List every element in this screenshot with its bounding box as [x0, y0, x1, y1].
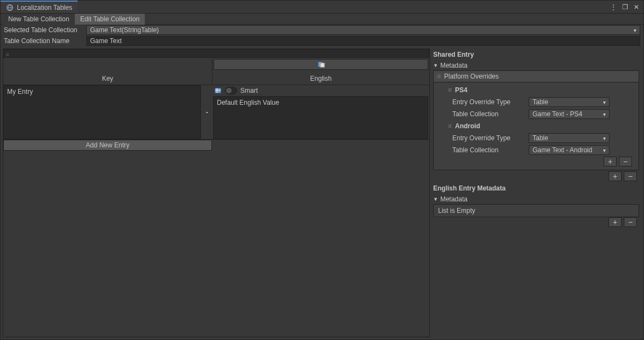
header-english-label: English [310, 75, 332, 82]
mode-tabs: New Table Collection Edit Table Collecti… [1, 14, 643, 25]
android-override-type-value: Table [533, 134, 548, 142]
row-remove-button[interactable]: - [202, 85, 212, 139]
dash-icon: - [206, 109, 208, 116]
shared-metadata-foldout[interactable]: ▼ Metadata [433, 61, 639, 70]
selected-collection-dropdown[interactable]: Game Text(StringTable) [86, 25, 640, 35]
drag-handle-icon[interactable]: ≡ [437, 73, 440, 80]
platform-ps4-name: PS4 [455, 86, 468, 94]
english-entry-metadata-title: English Entry Metadata [433, 182, 639, 194]
add-new-entry-label: Add New Entry [86, 141, 129, 149]
header-english: English [212, 73, 429, 85]
add-english-metadata-button[interactable]: + [608, 217, 622, 227]
window-controls: ⋮ ❐ ✕ [606, 1, 643, 13]
svg-rect-5 [215, 88, 221, 93]
ps4-override-type-value: Table [533, 98, 548, 106]
tab-edit-collection[interactable]: Edit Table Collection [75, 14, 145, 25]
android-override-type-row: Entry Override Type Table [448, 133, 634, 144]
platform-overrides-buttons: + − [448, 157, 634, 168]
android-override-type-label: Entry Override Type [448, 134, 524, 142]
selected-collection-row: Selected Table Collection Game Text(Stri… [1, 25, 643, 35]
english-cell-toolbar: Smart [213, 85, 428, 96]
english-value-input[interactable]: Default English Value [213, 96, 428, 139]
ps4-override-type-row: Entry Override Type Table [448, 97, 634, 108]
android-collection-label: Table Collection [448, 146, 524, 154]
remove-english-metadata-button[interactable]: − [624, 217, 637, 227]
ps4-override-type-dropdown[interactable]: Table [529, 97, 610, 107]
menu-icon[interactable]: ⋮ [610, 3, 617, 11]
drag-handle-icon[interactable]: ≡ [448, 122, 451, 130]
android-collection-value: Game Text - Android [533, 146, 592, 154]
smart-toggle[interactable] [225, 87, 237, 94]
window-title: Localization Tables [17, 4, 72, 11]
ps4-collection-dropdown[interactable]: Game Text - PS4 [529, 109, 610, 119]
key-cell[interactable]: My Entry [3, 85, 201, 139]
platform-overrides-header[interactable]: ≡ Platform Overrides [434, 71, 639, 82]
inspector-pane: Shared Entry ▼ Metadata ≡ Platform Overr… [433, 49, 641, 337]
locale-selector-button[interactable] [214, 59, 428, 70]
shared-entry-title: Shared Entry [433, 49, 639, 61]
ps4-override-type-label: Entry Override Type [448, 98, 524, 106]
window-tab[interactable]: Localization Tables [1, 1, 78, 13]
table-row: My Entry - Smart Default English Value [3, 85, 429, 140]
table-icon[interactable] [214, 87, 222, 94]
add-shared-metadata-button[interactable]: + [608, 171, 622, 181]
locale-icon [317, 61, 325, 68]
foldout-arrow-icon: ▼ [433, 196, 438, 202]
ps4-collection-label: Table Collection [448, 110, 524, 118]
header-key: Key [3, 59, 212, 85]
ps4-collection-row: Table Collection Game Text - PS4 [448, 109, 634, 120]
english-cell: Smart Default English Value [212, 85, 429, 139]
add-row: Add New Entry [3, 140, 429, 151]
header-english-col: English [212, 59, 429, 85]
selected-collection-value: Game Text(StringTable) [90, 26, 159, 34]
collection-name-label: Table Collection Name [4, 37, 83, 45]
remove-platform-button[interactable]: − [619, 157, 632, 166]
platform-android-row: ≡ Android [448, 121, 634, 132]
english-metadata-buttons: + − [433, 217, 639, 228]
collection-name-input[interactable]: Game Text [86, 36, 640, 46]
table-area: Key English My Entry [3, 59, 429, 337]
platform-overrides-label: Platform Overrides [444, 73, 499, 80]
english-metadata-label: Metadata [440, 195, 468, 203]
collection-name-row: Table Collection Name Game Text [1, 35, 643, 46]
drag-handle-icon[interactable]: ≡ [448, 86, 451, 94]
close-icon[interactable]: ✕ [634, 3, 639, 11]
ps4-collection-value: Game Text - PS4 [533, 110, 582, 118]
add-new-entry-button[interactable]: Add New Entry [3, 140, 212, 151]
platform-overrides-body: ≡ PS4 Entry Override Type Table Table Co… [434, 82, 639, 170]
globe-icon [6, 4, 14, 11]
search-icon: ⌕ [6, 51, 9, 57]
smart-label: Smart [240, 87, 258, 94]
tab-new-collection[interactable]: New Table Collection [3, 14, 75, 25]
key-cell-value: My Entry [7, 88, 33, 96]
remove-shared-metadata-button[interactable]: − [624, 171, 637, 181]
english-metadata-foldout[interactable]: ▼ Metadata [433, 194, 639, 204]
collection-name-value: Game Text [90, 37, 122, 45]
table-pane: ⌕ Key English [3, 49, 430, 337]
android-collection-row: Table Collection Game Text - Android [448, 145, 634, 156]
english-value-text: Default English Value [217, 99, 279, 106]
foldout-arrow-icon: ▼ [433, 63, 438, 68]
table-header: Key English [3, 59, 429, 85]
search-input[interactable]: ⌕ [3, 49, 429, 58]
selected-collection-label: Selected Table Collection [4, 26, 83, 34]
android-collection-dropdown[interactable]: Game Text - Android [529, 145, 610, 155]
titlebar: Localization Tables ⋮ ❐ ✕ [1, 1, 643, 14]
platform-android-name: Android [455, 122, 480, 130]
platform-overrides-list: ≡ Platform Overrides ≡ PS4 Entry Overrid… [433, 70, 639, 170]
localization-window: Localization Tables ⋮ ❐ ✕ New Table Coll… [0, 0, 644, 340]
android-override-type-dropdown[interactable]: Table [529, 133, 610, 143]
platform-ps4-row: ≡ PS4 [448, 85, 634, 96]
shared-metadata-buttons: + − [433, 171, 639, 182]
english-metadata-empty: List is Empty [433, 204, 639, 217]
add-platform-button[interactable]: + [604, 157, 617, 166]
maximize-icon[interactable]: ❐ [622, 3, 628, 11]
shared-metadata-label: Metadata [440, 62, 468, 69]
svg-rect-4 [320, 63, 324, 67]
header-key-label: Key [102, 75, 114, 82]
main-area: ⌕ Key English [1, 46, 643, 339]
english-metadata-empty-text: List is Empty [438, 207, 475, 214]
